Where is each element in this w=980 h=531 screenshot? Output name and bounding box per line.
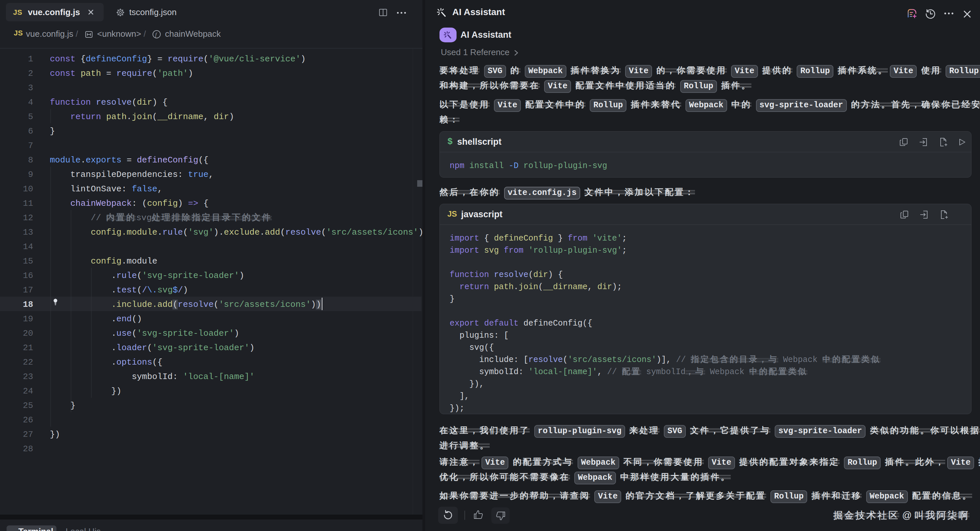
svg-text:f: f (155, 32, 158, 38)
